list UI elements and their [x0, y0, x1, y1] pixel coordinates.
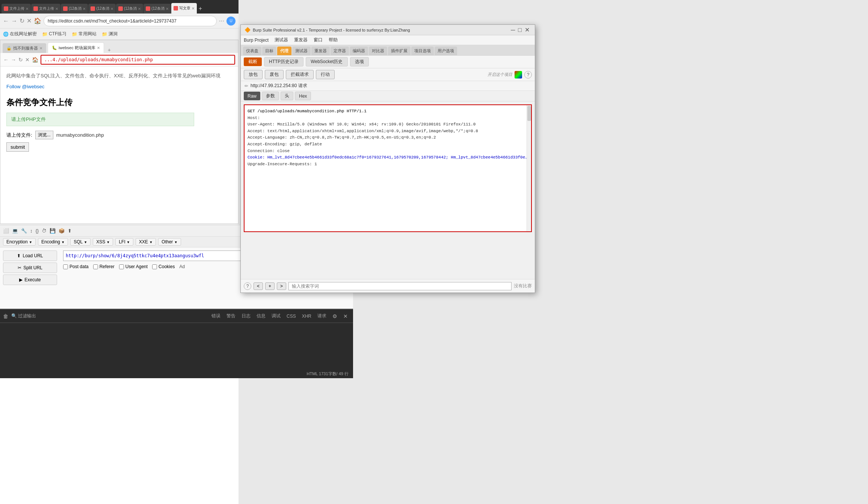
hackbar-icon-network[interactable]: ↕: [30, 228, 33, 234]
browse-button[interactable]: 浏览...: [35, 131, 53, 139]
devtools-settings-icon[interactable]: ⚙: [330, 312, 340, 320]
devtools-tab-request[interactable]: 请求: [315, 312, 329, 320]
follow-link[interactable]: Follow @iwebsec: [6, 84, 44, 89]
inner-back-button[interactable]: ←: [3, 57, 9, 63]
burp-drop-button[interactable]: 废包: [265, 70, 284, 79]
burp-help-icon[interactable]: ?: [524, 71, 532, 78]
burp-search-help-btn[interactable]: ?: [244, 282, 251, 290]
burp-req-tab-params[interactable]: 参数: [262, 92, 279, 100]
burp-tab-extensions[interactable]: 插件扩展: [388, 47, 411, 55]
devtools-tab-css[interactable]: CSS: [284, 312, 298, 320]
tab-12tiao-1[interactable]: (12条消 ✕: [61, 4, 88, 14]
burp-color-icon[interactable]: [515, 71, 522, 78]
burp-req-tab-hex[interactable]: Hex: [295, 92, 311, 100]
bookmark-changyong[interactable]: 📁 常用网站: [72, 31, 97, 37]
bookmark-zaixian[interactable]: 🌐 在线网址解密: [3, 31, 37, 37]
hackbar-icon-style[interactable]: {}: [36, 228, 39, 234]
hackbar-icon-storage[interactable]: 📦: [59, 228, 65, 234]
referer-checkbox[interactable]: Referer: [93, 264, 115, 269]
hackbar-tool-encryption[interactable]: Encryption ▼: [3, 238, 36, 246]
tab-12tiao-2[interactable]: (12条消 ✕: [88, 4, 115, 14]
split-url-button[interactable]: ✂ Split URL: [3, 263, 57, 273]
burp-search-prev-btn[interactable]: <: [254, 282, 263, 290]
inner-tab-close-2[interactable]: ✕: [97, 46, 100, 50]
hackbar-tool-lfi[interactable]: LFI ▼: [115, 238, 133, 246]
devtools-tab-info[interactable]: 信息: [254, 312, 268, 320]
hackbar-icon-inspect[interactable]: ⬜: [3, 228, 9, 234]
user-avatar[interactable]: U: [226, 17, 235, 26]
hackbar-tool-xss[interactable]: XSS ▼: [93, 238, 113, 246]
burp-tab-target[interactable]: 目标: [262, 47, 276, 55]
devtools-filter-icon[interactable]: 🔍 过滤输出: [11, 313, 36, 319]
inner-tab-iwebsec[interactable]: 🐛 iwebsec 靶场漏洞库 ✕: [48, 42, 104, 53]
burp-maximize-button[interactable]: □: [516, 27, 523, 33]
burp-tab-comparer[interactable]: 对比器: [369, 47, 387, 55]
inner-stop-button[interactable]: ✕: [25, 57, 30, 63]
hackbar-icon-console[interactable]: 💻: [12, 228, 18, 234]
burp-close-button[interactable]: ✕: [523, 26, 531, 33]
devtools-trash-icon[interactable]: 🗑: [3, 313, 8, 319]
burp-subtab-options[interactable]: 选项: [350, 57, 369, 66]
burp-menu-burp-project[interactable]: Burp Project: [244, 38, 269, 43]
burp-search-add-btn[interactable]: +: [265, 282, 275, 290]
inner-home-button[interactable]: 🏠: [32, 57, 38, 63]
submit-button[interactable]: submit: [6, 142, 29, 152]
devtools-tab-warning[interactable]: 警告: [224, 312, 238, 320]
post-data-checkbox[interactable]: Post data: [63, 264, 89, 269]
hackbar-icon-memory[interactable]: 💾: [50, 228, 56, 234]
home-button[interactable]: 🏠: [34, 17, 41, 24]
tab-文件上传-2[interactable]: 文件上传 ✕: [31, 4, 60, 14]
cookies-checkbox[interactable]: Cookies: [152, 264, 175, 269]
devtools-tab-log[interactable]: 日志: [239, 312, 253, 320]
hackbar-tool-other[interactable]: Other ▼: [158, 238, 181, 246]
burp-menu-help[interactable]: 帮助: [329, 37, 338, 43]
burp-search-input[interactable]: [288, 282, 512, 290]
burp-subtab-websocket[interactable]: WebSocket历史: [306, 57, 347, 66]
new-tab-button[interactable]: +: [199, 5, 202, 14]
hackbar-tool-encoding[interactable]: Encoding ▼: [38, 238, 68, 246]
main-address-input[interactable]: [48, 18, 213, 24]
burp-search-next-btn[interactable]: >: [277, 282, 286, 290]
burp-tab-tester[interactable]: 测试器: [292, 47, 311, 55]
burp-intercept-toggle[interactable]: 拦截请求: [286, 70, 314, 79]
hackbar-icon-tools[interactable]: 🔧: [21, 228, 27, 234]
burp-tab-project-options[interactable]: 项目选项: [411, 47, 434, 55]
burp-menu-tester[interactable]: 测试器: [275, 37, 288, 43]
burp-tab-dashboard[interactable]: 仪表盘: [243, 47, 261, 55]
tab-12tiao-3[interactable]: (12条消 ✕: [116, 4, 143, 14]
forward-button[interactable]: →: [11, 18, 17, 24]
hackbar-icon-perf[interactable]: ⏱: [42, 228, 47, 234]
devtools-tab-error[interactable]: 错误: [209, 312, 223, 320]
burp-tab-proxy[interactable]: 代理: [277, 47, 291, 55]
burp-menu-window[interactable]: 窗口: [314, 37, 323, 43]
burp-tab-sequencer[interactable]: 定序器: [331, 47, 349, 55]
hackbar-icon-more[interactable]: ⬆: [68, 228, 72, 234]
inner-reload-button[interactable]: ↻: [18, 57, 23, 63]
burp-tab-encoder[interactable]: 编码器: [350, 47, 368, 55]
tab-写文章[interactable]: 写文章 ✕: [171, 3, 197, 14]
stop-button[interactable]: ✕: [27, 17, 32, 24]
burp-action-button[interactable]: 行动: [316, 70, 335, 79]
hackbar-tool-xxe[interactable]: XXE ▼: [136, 238, 156, 246]
burp-forward-button[interactable]: 放包: [244, 70, 263, 79]
burp-subtab-intercept[interactable]: 截断: [244, 57, 262, 66]
devtools-tab-xhr[interactable]: XHR: [300, 312, 314, 320]
devtools-close-icon[interactable]: ✕: [341, 312, 350, 320]
burp-menu-repeater[interactable]: 重发器: [294, 37, 308, 43]
burp-subtab-http-history[interactable]: HTTP历史记录: [264, 57, 303, 66]
burp-minimize-button[interactable]: ─: [509, 27, 516, 33]
inner-new-tab[interactable]: +: [106, 47, 113, 53]
bookmark-ctf[interactable]: 📁 CTF练习: [42, 31, 66, 37]
execute-button[interactable]: ▶ Execute: [3, 275, 57, 285]
load-url-button[interactable]: ⬆ Load URL: [3, 250, 57, 261]
devtools-tab-debug[interactable]: 调试: [269, 312, 283, 320]
extensions-button[interactable]: ⋯: [219, 18, 224, 24]
inner-forward-button[interactable]: →: [11, 57, 16, 63]
burp-req-tab-headers[interactable]: 头: [281, 92, 293, 100]
back-button[interactable]: ←: [3, 18, 9, 24]
tab-文件上传-1[interactable]: 文件上传 ✕: [2, 4, 31, 14]
inner-tab-server-not-found[interactable]: 🔒 找不到服务器 ✕: [3, 43, 46, 53]
tab-12tiao-4[interactable]: (12条消 ✕: [143, 4, 171, 14]
burp-req-tab-raw[interactable]: Raw: [244, 92, 260, 100]
scrollbar-track[interactable]: [527, 105, 531, 231]
